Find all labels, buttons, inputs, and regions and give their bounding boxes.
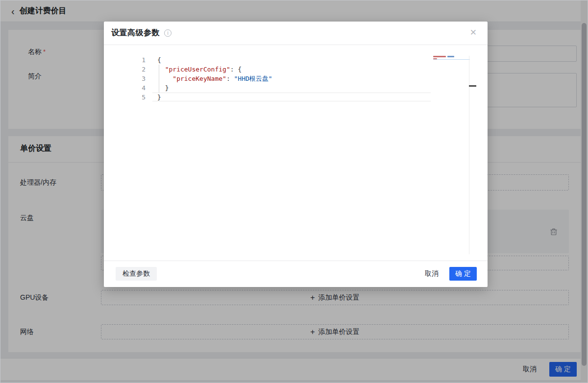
code-line[interactable]: } — [157, 83, 169, 93]
dialog-cancel-button[interactable]: 取消 — [425, 269, 439, 278]
code-token-punct: : — [226, 75, 234, 82]
code-token-punct: : { — [230, 66, 242, 73]
line-number: 1 — [121, 55, 146, 65]
minimap-selection-line — [433, 59, 470, 60]
code-token-key: "priceUserConfig" — [165, 66, 230, 73]
code-token-punct: } — [157, 94, 161, 101]
code-line[interactable]: "priceUserConfig": { — [157, 65, 242, 74]
editor-scrollbar-cursor-marker[interactable] — [469, 85, 476, 87]
line-number: 2 — [121, 65, 146, 74]
dialog-footer: 检查参数 取消 确 定 — [104, 261, 488, 287]
code-token-key: "priceKeyName" — [172, 75, 226, 82]
code-token-punct — [157, 75, 172, 82]
close-icon[interactable]: ✕ — [470, 28, 477, 37]
advanced-params-dialog: 设置高级参数 i ✕ 1{2 "priceUserConfig": {3 "pr… — [104, 22, 488, 287]
code-line[interactable]: "priceKeyName": "HHD根云盘" — [157, 74, 272, 83]
editor-minimap[interactable] — [432, 55, 470, 63]
line-number: 5 — [121, 93, 146, 102]
line-number: 3 — [121, 74, 146, 83]
dialog-header: 设置高级参数 i ✕ — [104, 22, 488, 45]
code-line[interactable]: { — [157, 55, 161, 65]
editor-current-line-highlight — [152, 93, 431, 101]
code-token-punct — [157, 66, 165, 73]
check-params-button[interactable]: 检查参数 — [116, 267, 157, 281]
minimap-mark — [447, 56, 454, 57]
dialog-title: 设置高级参数 — [111, 28, 160, 38]
code-token-str: "HHD根云盘" — [234, 75, 272, 82]
json-code-editor[interactable]: 1{2 "priceUserConfig": {3 "priceKeyName"… — [104, 45, 488, 261]
code-token-punct: { — [157, 56, 161, 64]
minimap-mark — [433, 56, 446, 57]
code-token-punct: } — [157, 84, 169, 92]
code-line[interactable]: } — [157, 93, 161, 102]
info-icon[interactable]: i — [164, 29, 172, 37]
line-number: 4 — [121, 83, 146, 93]
dialog-confirm-button[interactable]: 确 定 — [449, 267, 477, 281]
